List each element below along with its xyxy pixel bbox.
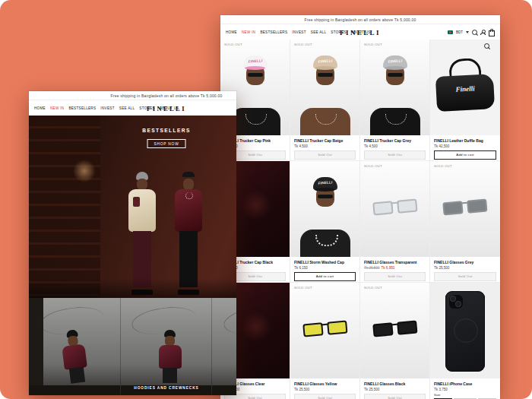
product-card[interactable]: FINELLI iPhone Case Tk 3,750 Size iPhone… bbox=[430, 283, 500, 399]
compare-at-price: Tk 26,500 bbox=[364, 266, 379, 270]
storefront-window-home: Free shipping in Bangladesh on all order… bbox=[29, 91, 236, 395]
photo-dark-edge bbox=[29, 298, 43, 395]
sold-out-button[interactable]: Sold Out bbox=[434, 272, 496, 281]
product-grid: SOLD OUT FINELLI FINELLI Trucker Cap Pin… bbox=[220, 40, 500, 399]
sold-out-badge: SOLD OUT bbox=[434, 164, 452, 168]
nav-new-in[interactable]: NEW IN bbox=[242, 30, 255, 34]
product-card[interactable]: SOLD OUT FINELLI FINELLI Trucker Cap Bei… bbox=[290, 40, 360, 161]
search-icon[interactable] bbox=[472, 30, 477, 35]
magsafe-ring-detail bbox=[454, 318, 478, 343]
product-title: FINELLI Leather Duffle Bag bbox=[434, 138, 496, 143]
account-icon[interactable] bbox=[480, 30, 486, 35]
desktop-background: Free shipping in Bangladesh on all order… bbox=[0, 0, 532, 399]
nav-invest[interactable]: INVEST bbox=[100, 106, 114, 110]
bangladesh-flag-icon bbox=[448, 30, 453, 34]
product-photo: SOLD OUT bbox=[290, 283, 359, 378]
model-figure bbox=[59, 328, 90, 385]
product-photo bbox=[430, 283, 500, 378]
sold-out-button[interactable]: Sold Out bbox=[294, 394, 356, 399]
product-title: FINELLI Trucker Cap Beige bbox=[294, 138, 356, 143]
product-price: Tk 25,500 bbox=[434, 266, 496, 270]
sold-out-badge: SOLD OUT bbox=[364, 164, 382, 168]
product-price: Tk 3,750 bbox=[434, 388, 496, 391]
product-photo: SOLD OUT FINELLI bbox=[290, 40, 359, 135]
nav-see-all[interactable]: SEE ALL bbox=[311, 30, 327, 34]
nav-home[interactable]: HOME bbox=[226, 30, 237, 34]
sold-out-badge: SOLD OUT bbox=[364, 286, 382, 290]
product-title: FINELLI Glasses Black bbox=[364, 382, 426, 386]
lookbook-photo bbox=[29, 298, 121, 395]
sold-out-button[interactable]: Sold Out bbox=[364, 150, 426, 160]
product-card[interactable]: SOLD OUT FINELLI Glasses Yellow Tk 25,50… bbox=[290, 283, 360, 399]
product-card[interactable]: SOLD OUT FINELLI FINELLI Trucker Cap Gre… bbox=[360, 40, 430, 161]
hero-photo-shelf-detail bbox=[29, 116, 100, 298]
lookbook-photo bbox=[212, 298, 236, 395]
announcement-bar: Free shipping in Bangladesh on all order… bbox=[29, 91, 236, 100]
collection-search-icon[interactable] bbox=[484, 43, 489, 49]
announcement-bar: Free shipping in Bangladesh on all order… bbox=[220, 15, 500, 24]
sold-out-button[interactable]: Sold Out bbox=[294, 150, 356, 160]
lookbook-strip: HOODIES AND CREWNECKS bbox=[29, 298, 236, 395]
product-card[interactable]: SOLD OUT FINELLI Glasses Black Tk 25,500… bbox=[360, 283, 430, 399]
product-title: FINELLI iPhone Case bbox=[434, 382, 496, 386]
sold-out-badge: SOLD OUT bbox=[294, 286, 312, 290]
sale-price: Tk 6,950 bbox=[381, 266, 394, 270]
storefront-window-collection: Free shipping in Bangladesh on all order… bbox=[220, 15, 500, 399]
product-title: FINELLI Trucker Cap Grey bbox=[364, 138, 426, 143]
nav-bestsellers[interactable]: BESTSELLERS bbox=[260, 30, 287, 34]
hero-photo-floor-shadow bbox=[29, 278, 236, 298]
sold-out-badge: SOLD OUT bbox=[364, 43, 382, 46]
product-price: Tk 42,500 bbox=[434, 144, 496, 148]
product-price: Tk 6,150 bbox=[294, 266, 356, 270]
sold-out-button[interactable]: Sold Out bbox=[364, 394, 426, 399]
shop-now-button[interactable]: SHOP NOW bbox=[147, 139, 186, 148]
site-header: HOME NEW IN BESTSELLERS INVEST SEE ALL S… bbox=[220, 24, 500, 41]
add-to-cart-button[interactable]: Add to cart bbox=[434, 150, 496, 160]
chevron-down-icon bbox=[466, 31, 469, 33]
product-price: Tk 4,500 bbox=[364, 144, 426, 148]
bag-script-text: Finelli bbox=[455, 84, 475, 93]
lookbook-caption: HOODIES AND CREWNECKS bbox=[29, 386, 236, 390]
product-card[interactable]: SOLD OUT FINELLI Glasses Grey Tk 25,500 … bbox=[430, 161, 500, 283]
cart-bag-icon[interactable] bbox=[489, 30, 495, 36]
product-title: FINELLI Glasses Grey bbox=[434, 260, 496, 264]
brand-logo[interactable]: FINELLI bbox=[340, 29, 381, 36]
graffiti-detail bbox=[222, 303, 236, 338]
product-photo: SOLD OUT FINELLI bbox=[360, 40, 429, 135]
product-title: FINELLI Storm Washed Cap bbox=[294, 260, 356, 264]
product-card[interactable]: Finelli FINELLI Leather Duffle Bag Tk 42… bbox=[430, 40, 500, 161]
hero-photo-lamp-glow bbox=[73, 160, 96, 182]
add-to-cart-button[interactable]: Add to cart bbox=[294, 272, 356, 281]
product-title: FINELLI Glasses Transparent bbox=[364, 260, 426, 264]
product-card[interactable]: SOLD OUT FINELLI Glasses Transparent Tk … bbox=[360, 161, 430, 283]
hero-banner: BESTSELLERS SHOP NOW bbox=[29, 116, 236, 298]
header-icons: BDT bbox=[448, 24, 495, 40]
hero-model-burgundy-jacket bbox=[172, 172, 205, 295]
sold-out-button[interactable]: Sold Out bbox=[364, 272, 426, 281]
nav-invest[interactable]: INVEST bbox=[292, 30, 306, 34]
sold-out-badge: SOLD OUT bbox=[224, 43, 242, 46]
product-price: Tk 26,500Tk 6,950 bbox=[364, 266, 426, 270]
hero-model-cream-jacket bbox=[125, 172, 159, 295]
product-price: Tk 25,500 bbox=[294, 388, 356, 391]
product-card[interactable]: FINELLI FINELLI Storm Washed Cap Tk 6,15… bbox=[290, 161, 360, 283]
nav-home[interactable]: HOME bbox=[34, 106, 46, 110]
brand-logo[interactable]: FINELLI bbox=[147, 105, 186, 112]
product-photo: SOLD OUT bbox=[360, 161, 429, 257]
hero-heading: BESTSELLERS bbox=[29, 128, 236, 133]
product-title: FINELLI Glasses Yellow bbox=[294, 382, 356, 386]
product-photo: SOLD OUT bbox=[360, 283, 429, 378]
nav-new-in[interactable]: NEW IN bbox=[50, 106, 64, 110]
camera-detail bbox=[449, 295, 463, 309]
product-price: Tk 25,500 bbox=[364, 388, 426, 391]
size-label: Size bbox=[434, 393, 496, 397]
site-header: HOME NEW IN BESTSELLERS INVEST SEE ALL S… bbox=[29, 100, 236, 117]
nav-bestsellers[interactable]: BESTSELLERS bbox=[68, 106, 96, 110]
product-price: Tk 4,500 bbox=[294, 144, 356, 148]
nav-see-all[interactable]: SEE ALL bbox=[119, 106, 135, 110]
product-photo: Finelli bbox=[430, 40, 500, 135]
sold-out-badge: SOLD OUT bbox=[294, 43, 312, 46]
product-photo: FINELLI bbox=[290, 161, 359, 257]
currency-selector[interactable]: BDT bbox=[456, 30, 463, 34]
product-photo: SOLD OUT bbox=[430, 161, 500, 257]
